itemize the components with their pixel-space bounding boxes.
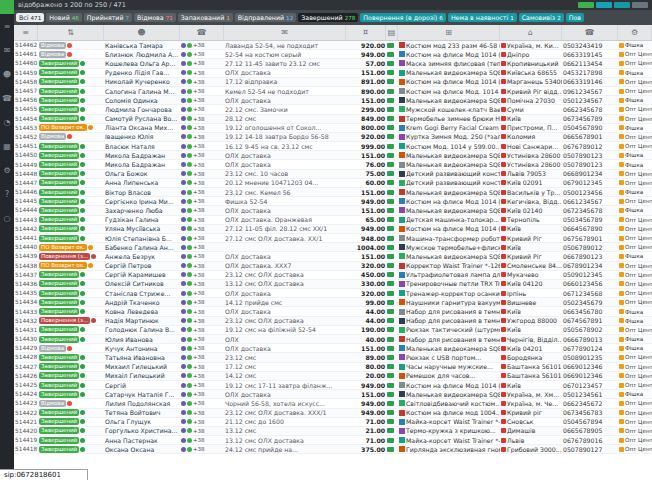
- select-column-header[interactable]: ≡: [14, 25, 38, 40]
- status-badge[interactable]: Завершений: [39, 88, 79, 95]
- chart-icon[interactable]: ▦: [0, 134, 14, 158]
- table-row[interactable]: 514451ЗавершенийВласюк Наталя+3816.12 9-…: [14, 142, 652, 151]
- client-name[interactable]: Голоднюк Галина В...: [104, 326, 180, 334]
- table-row[interactable]: 514445ЗавершенийСергієнко Ірина Ми...+38…: [14, 197, 652, 206]
- status-badge[interactable]: Завершений: [39, 354, 79, 361]
- call-icon[interactable]: [187, 383, 192, 388]
- call-icon[interactable]: [187, 199, 192, 204]
- call-icon[interactable]: [187, 153, 192, 158]
- client-name[interactable]: Горгулько Христина...: [104, 427, 180, 435]
- table-row[interactable]: 514449ЗавершенийМикола Бадражан+38ОЛХ до…: [14, 160, 652, 169]
- sip-status-bar[interactable]: sip:0672818601: [0, 469, 88, 480]
- viber-icon[interactable]: [181, 153, 186, 158]
- client-name[interactable]: Микола Бадражан: [104, 160, 180, 168]
- product-cell[interactable]: Мужское термобелье+флиска...: [398, 243, 500, 251]
- client-name[interactable]: Сатарчук Наталія Г...: [104, 390, 180, 398]
- status-badge[interactable]: Повернення (з...: [39, 253, 90, 260]
- status-badge[interactable]: Завершений: [39, 106, 79, 113]
- call-icon[interactable]: [187, 291, 192, 296]
- table-row[interactable]: 514461ВідмоваБлизнюк Людмила А...+3852-5…: [14, 50, 652, 59]
- status-badge[interactable]: ПО Возврат ок.: [39, 262, 87, 269]
- client-name[interactable]: Татьяна Ивановна: [104, 353, 180, 361]
- table-row[interactable]: 514429ВідмоваКучук Антонина+38ОЛХ достав…: [14, 344, 652, 353]
- client-column-header[interactable]: ☻: [104, 25, 180, 40]
- call-icon[interactable]: [187, 162, 192, 167]
- comment-column-header[interactable]: ✉: [224, 25, 346, 40]
- table-row[interactable]: 514420ЗавершенийГоргулько Христина...+38…: [14, 427, 652, 436]
- app-logo[interactable]: [0, 0, 14, 14]
- client-name[interactable]: Власюк Наталя: [104, 142, 180, 150]
- status-badge[interactable]: Завершений: [39, 336, 79, 343]
- status-badge[interactable]: Відмова: [39, 42, 66, 49]
- call-icon[interactable]: [187, 281, 192, 286]
- tab-пов[interactable]: Пов: [566, 13, 584, 22]
- payment-column-header[interactable]: ▤: [386, 25, 398, 40]
- tab-повернення-в-дорозі-[interactable]: Повернення (в дорозі)6: [360, 13, 446, 22]
- tab-самовивіз[interactable]: Самовивіз2: [519, 13, 564, 22]
- product-column-header[interactable]: ⊞: [398, 25, 500, 40]
- source-column-header[interactable]: ⚙: [618, 25, 652, 40]
- table-row[interactable]: 514448ЗавершенийОльга Божок+3823.12 смс.…: [14, 170, 652, 179]
- client-name[interactable]: Ліанта Оксана Мих...: [104, 124, 180, 132]
- status-badge[interactable]: Відмова: [39, 133, 66, 140]
- client-name[interactable]: Сергій Карамишев: [104, 271, 180, 279]
- status-badge[interactable]: Завершений: [39, 216, 79, 223]
- viber-icon[interactable]: [181, 300, 186, 305]
- call-icon[interactable]: [187, 107, 192, 112]
- tab-завершений[interactable]: Завершений278: [298, 13, 358, 22]
- product-cell[interactable]: Детский развивающий конст...: [398, 179, 500, 187]
- table-row[interactable]: 514419ЗавершенийАнна Пастернак+3813.12 с…: [14, 436, 652, 445]
- call-icon[interactable]: [187, 346, 192, 351]
- viber-icon[interactable]: [181, 116, 186, 121]
- call-icon[interactable]: [187, 217, 192, 222]
- product-cell[interactable]: Маленькая видеокамера SQ8 *...: [398, 344, 500, 352]
- product-cell[interactable]: Детский развивающий конст...: [398, 170, 500, 178]
- status-badge[interactable]: Завершений: [39, 60, 79, 67]
- table-row[interactable]: 514446ЗавершенийВіктор Власов+3823.12 см…: [14, 188, 652, 197]
- phone-column-header[interactable]: ☎: [180, 25, 224, 40]
- call-icon[interactable]: [187, 190, 192, 195]
- product-cell[interactable]: Майка-корсет Waist Trainer *-1...: [398, 418, 500, 426]
- viber-icon[interactable]: [181, 162, 186, 167]
- viber-icon[interactable]: [181, 327, 186, 332]
- status-badge[interactable]: Завершений: [39, 280, 79, 287]
- product-cell[interactable]: Наушники гарнитура вакуумн...: [398, 298, 500, 306]
- power-icon[interactable]: ○: [0, 206, 14, 230]
- product-cell[interactable]: Маленькая видеокамера SQ8 *...: [398, 69, 500, 77]
- client-name[interactable]: Соломія Одинка: [104, 96, 180, 104]
- status-badge[interactable]: Завершений: [39, 69, 79, 76]
- status-badge[interactable]: ПО Возврат ок.: [39, 124, 87, 131]
- status-badge[interactable]: ПО Возврат ок.: [39, 244, 87, 251]
- call-icon[interactable]: [187, 419, 192, 424]
- table-row[interactable]: 514441ЗавершенийЮлія Степанівна Б...+382…: [14, 234, 652, 243]
- status-badge[interactable]: Завершений: [39, 418, 79, 425]
- status-badge[interactable]: Завершений: [39, 382, 79, 389]
- product-cell[interactable]: Маленькая видеокамера SQ8 *...: [398, 206, 500, 214]
- table-row[interactable]: 514430ЗавершенийЮлия Иванова+38ОЛХ40.00Н…: [14, 335, 652, 344]
- table-row[interactable]: 514460ЗавершенийКошелева Ольга Ар...+382…: [14, 59, 652, 68]
- product-cell[interactable]: Тренажер-корректор осанки...: [398, 289, 500, 297]
- table-row[interactable]: 514423ВідмоваЛилия Подолянская+38Чорний …: [14, 399, 652, 408]
- client-name[interactable]: Андрій Ткаченко: [104, 298, 180, 306]
- status-badge[interactable]: Завершений: [39, 207, 79, 214]
- viber-icon[interactable]: [181, 61, 186, 66]
- call-icon[interactable]: [187, 401, 192, 406]
- tab-відправлений[interactable]: Відправлений12: [235, 13, 296, 22]
- topbar-chip-3[interactable]: [632, 2, 648, 8]
- table-row[interactable]: 514436ЗавершенийОлексій Ситников+3813.12…: [14, 280, 652, 289]
- client-name[interactable]: Оксана Оксана: [104, 445, 180, 453]
- client-name[interactable]: Михаіл Гилецький: [104, 372, 180, 380]
- status-badge[interactable]: Завершений: [39, 225, 79, 232]
- product-cell[interactable]: Світловідбиваючий костюм...: [398, 399, 500, 407]
- table-row[interactable]: 514454ЗавершенийСамотуй Руслана Во...+38…: [14, 115, 652, 124]
- status-badge[interactable]: Завершений: [39, 170, 79, 177]
- table-row[interactable]: 514444ЗавершенийЗахарченко Люба+38ОЛХ до…: [14, 206, 652, 215]
- table-row[interactable]: 514418ЗавершенийОксана Оксана+3824.12 см…: [14, 445, 652, 454]
- client-name[interactable]: Надія Мартинюк: [104, 317, 180, 325]
- viber-icon[interactable]: [181, 125, 186, 130]
- client-name[interactable]: Канівська Тамара: [104, 41, 180, 49]
- status-badge[interactable]: Завершений: [39, 189, 79, 196]
- call-icon[interactable]: [187, 79, 192, 84]
- client-name[interactable]: Анжела Безрук: [104, 252, 180, 260]
- viber-icon[interactable]: [181, 180, 186, 185]
